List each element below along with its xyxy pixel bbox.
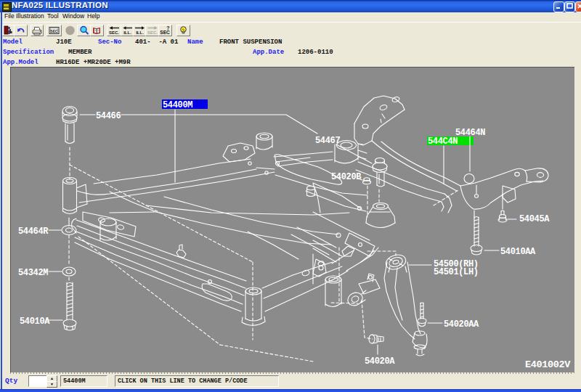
svg-text:54467: 54467 [315, 136, 340, 146]
svg-text:54400M: 54400M [163, 100, 192, 110]
svg-text:54010AA: 54010AA [500, 247, 536, 257]
svg-text:ILL.: ILL. [136, 30, 144, 35]
svg-text:54464N: 54464N [455, 128, 485, 138]
svg-text:54010A: 54010A [20, 317, 50, 327]
svg-text:SEC.: SEC. [147, 30, 158, 35]
svg-text:54020B: 54020B [331, 172, 361, 182]
svg-text:?: ? [166, 25, 169, 30]
svg-text:54020A: 54020A [365, 356, 395, 367]
svg-text:544C4N: 544C4N [428, 136, 458, 147]
svg-text:SEC.: SEC. [109, 30, 119, 35]
svg-text:54045A: 54045A [519, 214, 550, 224]
svg-text:E401002V: E401002V [525, 359, 571, 370]
svg-text:54020AA: 54020AA [444, 319, 479, 330]
svg-text:SEC: SEC [160, 30, 170, 35]
svg-text:SEC: SEC [50, 29, 58, 33]
svg-text:54342M: 54342M [18, 268, 48, 278]
svg-text:ILL.: ILL. [123, 30, 131, 35]
svg-text:54501(LH): 54501(LH) [434, 267, 479, 277]
svg-text:54466: 54466 [96, 111, 121, 121]
svg-text:54464R: 54464R [18, 226, 49, 237]
